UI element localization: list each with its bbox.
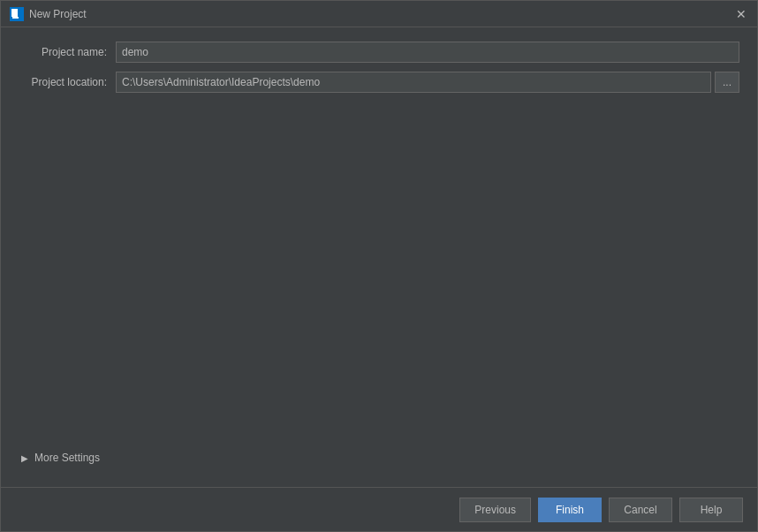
dialog-title: New Project [29, 8, 734, 20]
more-settings-arrow-icon: ▶ [19, 452, 31, 464]
help-button[interactable]: Help [679, 498, 743, 522]
cancel-button[interactable]: Cancel [609, 498, 672, 522]
project-name-input[interactable] [116, 42, 739, 63]
finish-button[interactable]: Finish [538, 498, 602, 522]
project-location-label: Project location: [19, 76, 116, 88]
project-name-label: Project name: [19, 46, 116, 58]
project-name-row: Project name: [19, 42, 739, 63]
svg-rect-1 [11, 9, 18, 17]
content-area: Project name: Project location: ... ▶ Mo… [1, 27, 757, 487]
app-icon [10, 7, 24, 21]
previous-button[interactable]: Previous [459, 498, 531, 522]
more-settings-section[interactable]: ▶ More Settings [19, 443, 739, 473]
svg-rect-2 [12, 17, 19, 19]
close-button[interactable]: ✕ [734, 7, 748, 21]
title-bar: New Project ✕ [1, 1, 757, 27]
more-settings-label: More Settings [34, 452, 100, 464]
new-project-dialog: New Project ✕ Project name: Project loca… [0, 0, 758, 532]
content-spacer [19, 102, 739, 443]
project-location-input[interactable] [116, 72, 711, 93]
browse-button[interactable]: ... [715, 72, 739, 93]
project-location-row: Project location: ... [19, 72, 739, 93]
bottom-bar: Previous Finish Cancel Help [1, 487, 757, 531]
